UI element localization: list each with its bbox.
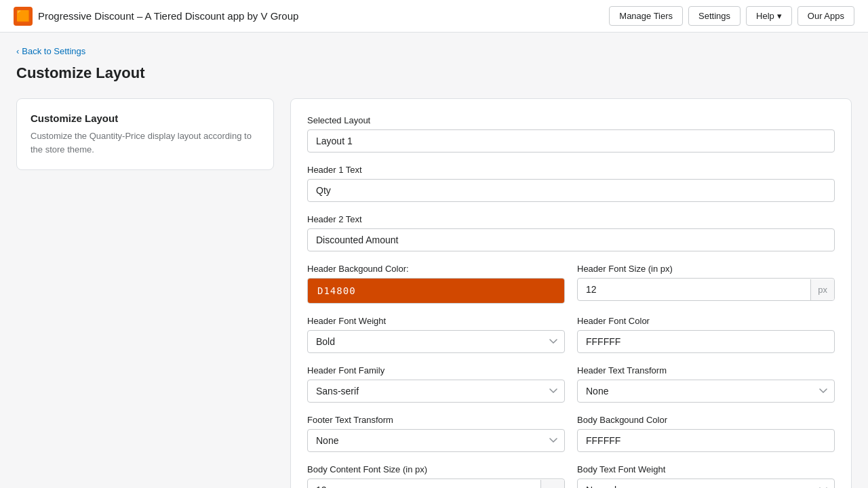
body-bg-color-group: Body Backgound Color (577, 415, 835, 452)
help-button[interactable]: Help ▾ (746, 6, 792, 26)
body-content-font-size-input-wrap: px (307, 479, 565, 488)
header-bg-color-swatch: D14800 (308, 279, 564, 303)
row-header-bg-fontsize: Header Backgound Color: D14800 Header Fo… (307, 264, 835, 316)
header2-input[interactable] (307, 228, 835, 251)
header1-label: Header 1 Text (307, 165, 835, 175)
row-header-weight-color: Header Font Weight Normal Bold Bolder Li… (307, 316, 835, 365)
footer-text-transform-select[interactable]: None Uppercase Lowercase Capitalize (307, 429, 565, 452)
form-card: Selected Layout Header 1 Text Header 2 T… (290, 98, 852, 488)
header-font-size-label: Header Font Size (in px) (577, 264, 835, 274)
page-title: Customize Layout (16, 64, 852, 82)
main-layout: Customize Layout Customize the Quantity-… (16, 98, 852, 488)
header1-input[interactable] (307, 179, 835, 202)
body-bg-color-input[interactable] (577, 429, 835, 452)
manage-tiers-button[interactable]: Manage Tiers (609, 6, 683, 26)
header-font-size-suffix: px (810, 279, 834, 300)
header-font-color-group: Header Font Color (577, 316, 835, 353)
body-content-font-size-input[interactable] (308, 479, 540, 488)
header2-group: Header 2 Text (307, 214, 835, 251)
back-link-label: Back to Settings (22, 46, 85, 56)
settings-button[interactable]: Settings (688, 6, 741, 26)
sidebar-card-title: Customize Layout (31, 113, 260, 124)
header-font-color-input[interactable] (577, 330, 835, 353)
row-footer-transform-body-bg: Footer Text Transform None Uppercase Low… (307, 415, 835, 464)
header-text-transform-select[interactable]: None Uppercase Lowercase Capitalize (577, 380, 835, 403)
help-label: Help (756, 11, 774, 21)
sidebar-card-desc: Customize the Quantity-Price display lay… (31, 129, 260, 156)
header-font-size-input-wrap: px (577, 278, 835, 301)
help-chevron-icon: ▾ (777, 11, 782, 21)
header-font-size-group: Header Font Size (in px) px (577, 264, 835, 304)
header-font-family-select[interactable]: Sans-serif Serif Monospace Arial (307, 380, 565, 403)
app-title: Progressive Discount – A Tiered Discount… (38, 10, 298, 22)
header-bg-color-input-wrap[interactable]: D14800 (307, 278, 565, 304)
our-apps-button[interactable]: Our Apps (797, 6, 854, 26)
selected-layout-label: Selected Layout (307, 115, 835, 125)
header-font-color-label: Header Font Color (577, 316, 835, 326)
header-font-family-group: Header Font Family Sans-serif Serif Mono… (307, 365, 565, 403)
back-chevron-icon: ‹ (16, 46, 19, 56)
sidebar-card: Customize Layout Customize the Quantity-… (16, 98, 274, 170)
header-bg-color-label: Header Backgound Color: (307, 264, 565, 274)
body-bg-color-label: Body Backgound Color (577, 415, 835, 425)
body-text-font-weight-group: Body Text Font Weight Normal Bold Bolder… (577, 464, 835, 488)
header2-label: Header 2 Text (307, 214, 835, 224)
header-bg-color-group: Header Backgound Color: D14800 (307, 264, 565, 304)
header-font-weight-group: Header Font Weight Normal Bold Bolder Li… (307, 316, 565, 353)
header-font-weight-select[interactable]: Normal Bold Bolder Lighter (307, 330, 565, 353)
body-text-font-weight-label: Body Text Font Weight (577, 464, 835, 474)
footer-text-transform-group: Footer Text Transform None Uppercase Low… (307, 415, 565, 452)
nav-buttons: Manage Tiers Settings Help ▾ Our Apps (609, 6, 854, 26)
header-text-transform-group: Header Text Transform None Uppercase Low… (577, 365, 835, 403)
body-text-font-weight-select[interactable]: Normal Bold Bolder Lighter (577, 479, 835, 488)
header-font-size-input[interactable] (578, 279, 810, 300)
header-font-weight-label: Header Font Weight (307, 316, 565, 326)
header-font-family-label: Header Font Family (307, 365, 565, 375)
body-content-font-size-label: Body Content Font Size (in px) (307, 464, 565, 474)
app-logo-icon: 🟧 (14, 7, 33, 26)
header1-group: Header 1 Text (307, 165, 835, 202)
selected-layout-group: Selected Layout (307, 115, 835, 152)
body-content-font-size-suffix: px (540, 480, 564, 489)
body-content-font-size-group: Body Content Font Size (in px) px (307, 464, 565, 488)
selected-layout-input[interactable] (307, 129, 835, 152)
header-text-transform-label: Header Text Transform (577, 365, 835, 375)
footer-text-transform-label: Footer Text Transform (307, 415, 565, 425)
row-header-family-transform: Header Font Family Sans-serif Serif Mono… (307, 365, 835, 415)
app-logo: 🟧 Progressive Discount – A Tiered Discou… (14, 7, 601, 26)
row-body-fontsize-weight: Body Content Font Size (in px) px Body T… (307, 464, 835, 488)
back-link[interactable]: ‹ Back to Settings (16, 46, 852, 56)
content-area: ‹ Back to Settings Customize Layout Cust… (0, 33, 868, 488)
top-nav: 🟧 Progressive Discount – A Tiered Discou… (0, 0, 868, 33)
